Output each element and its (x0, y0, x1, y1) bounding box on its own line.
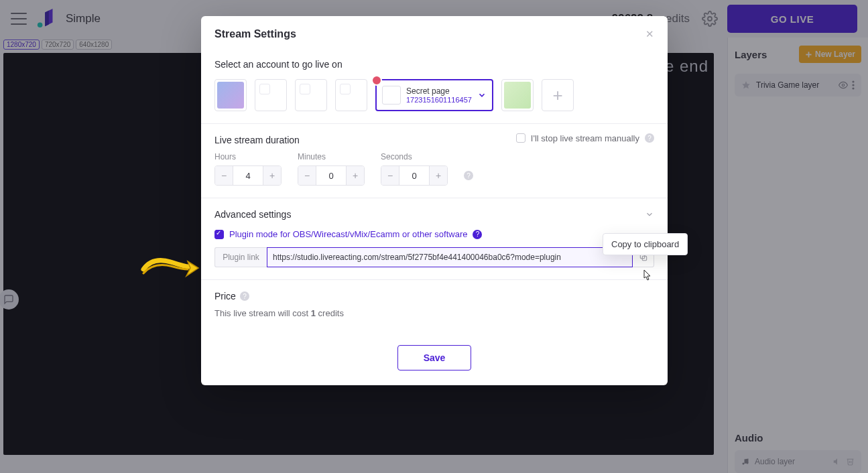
minutes-increment[interactable]: + (347, 166, 364, 185)
manual-stop-label: I'll stop live stream manually (531, 133, 639, 143)
minutes-decrement[interactable]: − (298, 166, 316, 185)
account-tile-1[interactable] (214, 79, 247, 111)
minutes-stepper[interactable]: − 0 + (298, 165, 365, 186)
account-tile-5[interactable] (501, 79, 534, 111)
help-icon[interactable]: ? (240, 291, 249, 301)
help-icon[interactable]: ? (645, 133, 654, 143)
price-label: Price (214, 291, 236, 301)
account-tile-selected[interactable]: Secret page 1723151601116457 (375, 79, 493, 111)
accounts-label: Select an account to go live on (214, 59, 654, 70)
advanced-toggle[interactable]: Advanced settings (214, 209, 654, 220)
hours-stepper[interactable]: − 4 + (214, 165, 282, 186)
manual-stop-checkbox[interactable] (516, 133, 525, 143)
save-button[interactable]: Save (397, 345, 472, 370)
help-icon[interactable]: ? (464, 171, 473, 180)
seconds-decrement[interactable]: − (381, 166, 399, 185)
chevron-down-icon (645, 210, 654, 219)
hours-decrement[interactable]: − (215, 166, 233, 185)
add-account-button[interactable]: + (542, 79, 574, 111)
modal-title: Stream Settings (214, 28, 296, 40)
plugin-link-label: Plugin link (214, 247, 267, 267)
close-icon[interactable]: ✕ (645, 28, 654, 40)
copy-tooltip: Copy to clipboard (603, 233, 688, 255)
chevron-down-icon[interactable] (477, 90, 487, 100)
seconds-caption: Seconds (381, 152, 448, 161)
seconds-increment[interactable]: + (430, 166, 447, 185)
annotation-arrow-icon (139, 253, 200, 283)
minutes-value: 0 (316, 166, 347, 185)
account-tile-4[interactable] (335, 79, 367, 111)
seconds-stepper[interactable]: − 0 + (381, 165, 448, 186)
hours-caption: Hours (214, 152, 282, 161)
account-tile-3[interactable] (295, 79, 327, 111)
seconds-value: 0 (399, 166, 430, 185)
minutes-caption: Minutes (298, 152, 365, 161)
plus-icon: + (552, 85, 562, 106)
duration-label: Live stream duration (214, 135, 300, 145)
help-icon[interactable]: ? (473, 230, 482, 239)
stream-settings-modal: Stream Settings ✕ Select an account to g… (201, 16, 668, 385)
plugin-link-input[interactable] (267, 247, 633, 267)
hours-increment[interactable]: + (263, 166, 281, 185)
selected-account-name: Secret page (406, 86, 472, 96)
plugin-mode-checkbox[interactable] (214, 230, 224, 239)
price-text: This live stream will cost 1 credits (214, 308, 654, 318)
plugin-mode-label: Plugin mode for OBS/Wirecast/vMix/Ecamm … (229, 229, 467, 239)
account-tile-2[interactable] (255, 79, 287, 111)
selected-account-id: 1723151601116457 (406, 96, 472, 104)
hours-value: 4 (233, 166, 263, 185)
notification-badge-icon (371, 75, 382, 86)
advanced-label: Advanced settings (214, 209, 291, 220)
cursor-icon (641, 269, 652, 283)
